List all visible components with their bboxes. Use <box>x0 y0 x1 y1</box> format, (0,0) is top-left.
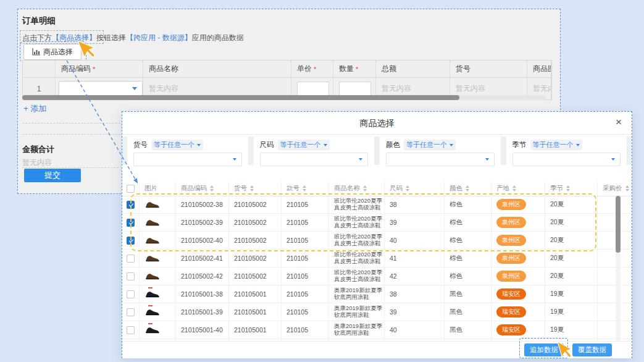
vertical-scrollbar[interactable] <box>616 196 621 341</box>
filter-operator-dropdown[interactable]: 等于任意一个 <box>404 140 456 150</box>
sort-icon <box>363 185 367 192</box>
row-checkbox-cell <box>122 285 140 303</box>
filter-bar: 货号 等于任意一个 尺码 等于任意一个 颜色 等于任意一个 季节 等于任意一个 <box>122 137 632 165</box>
sort-icon <box>210 185 214 192</box>
filter-season: 季节 等于任意一个 <box>506 137 627 165</box>
product-row[interactable]: 210105001-38210105001210105奥康2019新款夏季软底两… <box>122 285 632 303</box>
filter-value-select[interactable] <box>260 153 369 166</box>
season-cell: 19夏 <box>545 303 598 321</box>
form-column-label: 商品图片 <box>533 64 551 74</box>
modal-column-label: 尺码 <box>390 184 403 193</box>
origin-badge: 泉州区 <box>496 235 526 246</box>
form-column-header: 货号 <box>450 61 527 77</box>
product-code-cell: 210105001-38 <box>176 285 229 303</box>
form-column-label: 单价 <box>297 64 312 74</box>
product-row[interactable]: 210105002-38210105002210105班比帝伦2020夏季真皮男… <box>122 196 632 214</box>
add-row-label: 添加 <box>30 104 46 113</box>
purchase-price-cell <box>598 267 632 285</box>
product-image-cell <box>140 303 176 321</box>
row-checkbox-cell <box>122 267 140 285</box>
product-row[interactable]: 210105002-40210105002210105班比帝伦2020夏季真皮男… <box>122 232 632 250</box>
row-checkbox-cell <box>122 303 140 321</box>
chevron-down-icon <box>359 158 362 161</box>
row-checkbox[interactable] <box>127 255 135 263</box>
product-row[interactable]: 210105002-41210105002210105班比帝伦2020夏季真皮男… <box>122 250 632 267</box>
product-name-cell: 班比帝伦2020夏季真皮男士高级凉鞋 <box>329 214 385 231</box>
sort-icon <box>303 185 306 192</box>
purchase-price-cell <box>598 214 632 231</box>
product-image-cell <box>140 250 176 267</box>
product-name-empty: 暂无内容 <box>149 83 178 94</box>
product-row[interactable]: 210105001-39210105001210105奥康2019新款夏季软底两… <box>122 303 632 321</box>
item-number-empty: 暂无内容 <box>456 83 485 94</box>
chevron-down-icon <box>450 144 453 146</box>
origin-badge: 泉州区 <box>496 199 526 210</box>
filter-value-select[interactable] <box>133 153 242 166</box>
chevron-down-icon <box>233 158 236 161</box>
sort-icon <box>625 185 629 192</box>
size-cell: 40 <box>385 232 445 249</box>
style-number-cell: 210105 <box>282 232 329 249</box>
color-cell: 棕色 <box>445 267 491 285</box>
origin-cell: 瑞安区 <box>491 285 545 303</box>
modal-column-header[interactable]: 尺码 <box>385 181 445 196</box>
horizontal-scrollbar[interactable] <box>22 95 546 100</box>
modal-column-header[interactable]: 货号 <box>229 181 282 196</box>
product-table-header: 图片商品编码货号款号商品名称尺码颜色产地季节采购价 <box>122 181 632 196</box>
form-column-header: 商品名称 <box>143 61 291 77</box>
form-column-header <box>23 61 56 77</box>
row-checkbox-cell <box>122 321 140 339</box>
modal-column-header[interactable]: 产地 <box>491 181 545 196</box>
close-icon[interactable]: × <box>616 117 622 127</box>
filter-operator-dropdown[interactable]: 等于任意一个 <box>530 140 582 150</box>
product-row[interactable]: 210105002-39210105002210105班比帝伦2020夏季真皮男… <box>122 214 632 232</box>
modal-title: 商品选择 <box>122 118 632 129</box>
vertical-scrollbar-thumb[interactable] <box>616 196 621 253</box>
filter-operator-dropdown[interactable]: 等于任意一个 <box>278 140 330 150</box>
unit-price-input[interactable] <box>297 82 329 96</box>
filter-value-select[interactable] <box>386 153 495 166</box>
form-column-label: 商品编码 <box>61 64 91 74</box>
modal-column-header[interactable]: 商品名称 <box>329 181 385 196</box>
product-image-cell <box>140 267 176 285</box>
product-image-cell <box>140 321 176 339</box>
product-image-empty: 暂无内容 <box>533 83 551 94</box>
origin-cell: 泉州区 <box>491 196 545 213</box>
modal-column-header: 图片 <box>140 181 176 196</box>
modal-column-header[interactable]: 季节 <box>545 181 598 196</box>
product-code-dropdown[interactable] <box>59 81 143 97</box>
filter-value-select[interactable] <box>512 153 621 166</box>
product-code-cell: 210105002-41 <box>176 250 229 267</box>
overwrite-data-button[interactable]: 覆盖数据 <box>572 343 612 356</box>
submit-button[interactable]: 提交 <box>24 169 81 182</box>
product-row[interactable]: 210105001-40210105001210105奥康2019新款夏季软底两… <box>122 321 632 339</box>
product-shoe-image <box>144 218 160 227</box>
row-checkbox[interactable] <box>127 237 135 245</box>
row-checkbox[interactable] <box>127 290 135 298</box>
row-checkbox[interactable] <box>127 326 135 334</box>
modal-column-header[interactable]: 采购价 <box>598 181 632 196</box>
add-row-link[interactable]: + 添加 <box>23 103 46 114</box>
product-select-button[interactable]: 商品选择 <box>23 44 82 60</box>
chevron-down-icon <box>485 158 489 161</box>
product-name-cell: 奥康2019新款夏季软底两用凉鞋 <box>329 285 385 303</box>
origin-badge: 瑞安区 <box>496 324 526 335</box>
product-shoe-image <box>144 290 160 298</box>
modal-column-header[interactable]: 颜色 <box>445 181 491 196</box>
sort-icon <box>512 185 516 192</box>
select-all-checkbox[interactable] <box>127 185 135 193</box>
modal-column-header[interactable]: 款号 <box>282 181 329 196</box>
row-checkbox[interactable] <box>127 201 135 209</box>
product-row[interactable]: 210105002-42210105002210105班比帝伦2020夏季真皮男… <box>122 267 632 285</box>
filter-operator-dropdown[interactable]: 等于任意一个 <box>151 140 203 150</box>
append-data-button[interactable]: 追加数据 <box>524 343 564 356</box>
row-checkbox[interactable] <box>127 308 135 316</box>
season-cell: 20夏 <box>545 214 598 231</box>
style-number-cell: 210105 <box>282 250 329 267</box>
row-checkbox[interactable] <box>127 272 135 280</box>
row-checkbox[interactable] <box>127 219 135 227</box>
product-name-cell: 班比帝伦2020夏季真皮男士高级凉鞋 <box>329 250 385 267</box>
modal-column-header[interactable]: 商品编码 <box>176 181 229 196</box>
horizontal-scrollbar-thumb[interactable] <box>22 95 459 100</box>
quantity-input[interactable] <box>339 82 371 96</box>
